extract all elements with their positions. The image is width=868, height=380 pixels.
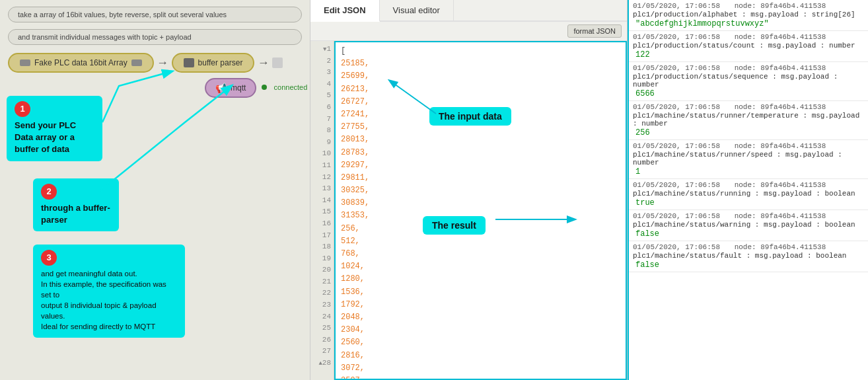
code-line-26: 3072, (341, 362, 620, 375)
speaker-icon: 📢 (215, 83, 227, 93)
mqtt-row: 📢 mqtt connected (205, 78, 310, 98)
tab-visual-editor[interactable]: Visual editor (380, 0, 454, 20)
ln-23: 23 (310, 299, 331, 311)
code-line-27: 3597 (341, 375, 620, 380)
log-topic: plc1/machine/status/running : msg.payloa… (633, 190, 864, 198)
ln-27: 27 (310, 346, 331, 358)
callout-box-3: 3 and get meaningful data out.In this ex… (33, 245, 185, 338)
code-line-20: 1536, (341, 286, 620, 299)
ln-21: 21 (310, 276, 331, 288)
code-line-5: 26727, (341, 96, 620, 108)
log-value: 122 (633, 50, 864, 60)
log-entry: 01/05/2020, 17:06:58 node: 89fa46b4.4115… (629, 179, 868, 210)
code-line-19: 1280, (341, 273, 620, 285)
fake-plc-node[interactable]: Fake PLC data 16bit Array (8, 53, 154, 73)
ln-28: ▲28 (310, 358, 331, 369)
buffer-parser-node[interactable]: buffer parser (172, 53, 255, 73)
node-icon-left (20, 59, 30, 66)
mqtt-label: mqtt (231, 83, 246, 93)
connected-dot (262, 85, 267, 90)
step-badge-1: 1 (15, 101, 30, 117)
log-topic: plc1/production/status/count : msg.paylo… (633, 42, 864, 50)
ln-5: 5 (310, 90, 331, 102)
ln-26: 26 (310, 334, 331, 346)
log-value: true (633, 198, 864, 208)
connected-status: connected (262, 83, 307, 93)
ln-18: 18 (310, 241, 331, 253)
ln-1: ▼1 (310, 44, 331, 56)
ln-24: 24 (310, 311, 331, 323)
node-icon-right (131, 59, 142, 66)
ln-8: 8 (310, 125, 331, 137)
ln-17: 17 (310, 230, 331, 242)
line-numbers: ▼1 2 3 4 5 6 7 8 9 10 11 12 13 14 15 16 … (310, 41, 334, 380)
ln-11: 11 (310, 160, 331, 172)
code-line-10: 29297, (341, 159, 620, 172)
ln-4: 4 (310, 79, 331, 91)
log-header: 01/05/2020, 17:06:58 node: 89fa46b4.4115… (633, 1, 864, 11)
log-entry: 01/05/2020, 17:06:58 node: 89fa46b4.4115… (629, 31, 868, 62)
dots-node (272, 57, 283, 68)
ln-2: 2 (310, 56, 331, 67)
arrow-connector2: → (260, 56, 267, 69)
callout-1-text: Send your PLC Data array or a buffer of … (15, 120, 94, 156)
log-timestamp: 01/05/2020, 17:06:58 (633, 243, 720, 251)
desc1: take a array of 16bit values, byte rever… (8, 7, 302, 22)
ln-25: 25 (310, 323, 331, 334)
log-container: 01/05/2020, 17:06:58 node: 89fa46b4.4115… (629, 0, 868, 272)
log-timestamp: 01/05/2020, 17:06:58 (633, 2, 720, 10)
code-line-1: [ (341, 45, 620, 57)
callout-2-text: through a buffer-parser (41, 202, 111, 226)
log-timestamp: 01/05/2020, 17:06:58 (633, 33, 720, 41)
log-topic: plc1/machine/status/warning : msg.payloa… (633, 221, 864, 229)
mqtt-node[interactable]: 📢 mqtt (205, 78, 256, 98)
log-nodeid: node: 89fa46b4.411538 (735, 33, 826, 41)
log-header: 01/05/2020, 17:06:58 node: 89fa46b4.4115… (633, 32, 864, 42)
step-badge-2: 2 (41, 184, 57, 200)
log-timestamp: 01/05/2020, 17:06:58 (633, 181, 720, 189)
code-line-21: 1792, (341, 299, 620, 311)
ln-15: 15 (310, 206, 331, 218)
step-badge-3: 3 (41, 250, 57, 266)
code-line-13: 30839, (341, 197, 620, 209)
ln-3: 3 (310, 67, 331, 79)
log-value: false (633, 260, 864, 270)
log-header: 01/05/2020, 17:06:58 node: 89fa46b4.4115… (633, 180, 864, 190)
code-line-25: 2816, (341, 350, 620, 362)
log-nodeid: node: 89fa46b4.411538 (735, 142, 826, 150)
log-value: 6566 (633, 89, 864, 99)
ln-9: 9 (310, 137, 331, 149)
buffer-parser-label: buffer parser (198, 58, 243, 67)
log-header: 01/05/2020, 17:06:58 node: 89fa46b4.4115… (633, 102, 864, 112)
log-topic: plc1/production/alphabet : msg.payload :… (633, 11, 864, 19)
log-entry: 01/05/2020, 17:06:58 node: 89fa46b4.4115… (629, 101, 868, 140)
code-line-15: 256, (341, 223, 620, 235)
code-line-6: 27241, (341, 108, 620, 121)
code-line-18: 1024, (341, 260, 620, 273)
log-header: 01/05/2020, 17:06:58 node: 89fa46b4.4115… (633, 63, 864, 73)
tab-edit-json[interactable]: Edit JSON (310, 0, 380, 22)
log-timestamp: 01/05/2020, 17:06:58 (633, 212, 720, 220)
code-line-11: 29811, (341, 172, 620, 184)
log-timestamp: 01/05/2020, 17:06:58 (633, 142, 720, 150)
code-content[interactable]: [ 25185, 25699, 26213, 26727, 27241, 277… (334, 41, 627, 380)
ln-13: 13 (310, 183, 331, 195)
log-timestamp: 01/05/2020, 17:06:58 (633, 64, 720, 72)
log-header: 01/05/2020, 17:06:58 node: 89fa46b4.4115… (633, 141, 864, 151)
ln-7: 7 (310, 114, 331, 126)
code-line-9: 28783, (341, 147, 620, 159)
ln-16: 16 (310, 218, 331, 230)
code-line-17: 768, (341, 248, 620, 260)
log-value: 1 (633, 167, 864, 177)
code-line-24: 2560, (341, 336, 620, 349)
editor-area: ▼1 2 3 4 5 6 7 8 9 10 11 12 13 14 15 16 … (310, 41, 627, 380)
format-btn-row: format JSON (310, 22, 627, 41)
code-line-22: 2048, (341, 311, 620, 324)
log-entry: 01/05/2020, 17:06:58 node: 89fa46b4.4115… (629, 140, 868, 179)
log-entry: 01/05/2020, 17:06:58 node: 89fa46b4.4115… (629, 0, 868, 31)
log-nodeid: node: 89fa46b4.411538 (735, 243, 826, 251)
right-panel: 01/05/2020, 17:06:58 node: 89fa46b4.4115… (628, 0, 868, 380)
code-line-3: 25699, (341, 70, 620, 83)
log-nodeid: node: 89fa46b4.411538 (735, 212, 826, 220)
format-json-button[interactable]: format JSON (567, 24, 622, 38)
